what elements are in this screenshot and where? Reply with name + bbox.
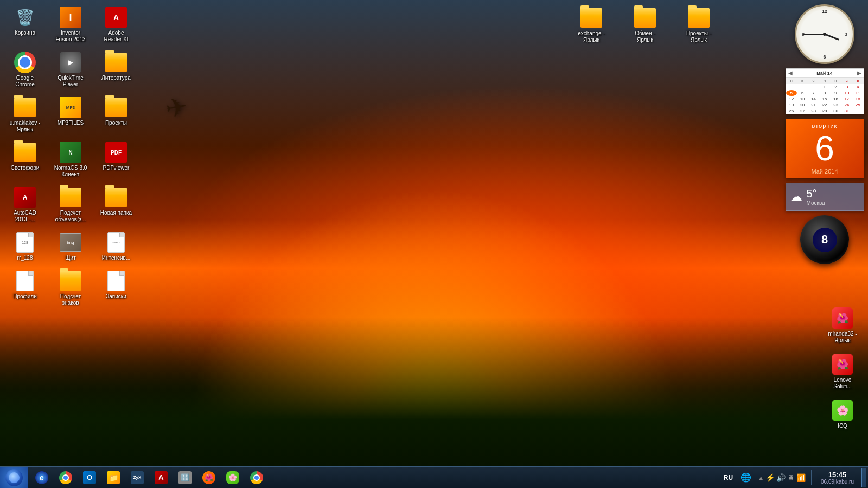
folder-svetofori-icon <box>14 143 36 162</box>
cal-day-8[interactable]: 8 <box>819 90 830 96</box>
miranda-icon: 🌺 <box>832 307 853 329</box>
taskbar-chrome-button[interactable] <box>54 468 77 487</box>
taskbar-tray: ▲ ⚡ 🔊 🖥 📶 <box>756 473 808 482</box>
cal-day-4[interactable]: 4 <box>852 84 863 90</box>
cal-day-9[interactable]: 9 <box>830 90 841 96</box>
icon-quicktime[interactable]: ▶ QuickTimePlayer <box>49 48 92 91</box>
icon-pdfviewer[interactable]: PDF PDFviewer <box>94 138 138 181</box>
cal-day-20[interactable]: 20 <box>797 102 808 108</box>
taskbar-calc-button[interactable]: 🔢 <box>174 468 196 487</box>
folder-umakiakov-icon <box>14 98 36 117</box>
cal-day-16[interactable]: 16 <box>830 96 841 102</box>
icon-inventor[interactable]: I InventorFusion 2013 <box>49 3 92 46</box>
icon-rr128[interactable]: 128 rr_128 <box>3 228 47 265</box>
cal-day-27[interactable]: 27 <box>797 108 808 114</box>
icon-adobe[interactable]: A AdobeReader XI <box>94 3 138 46</box>
tray-expand-button[interactable]: ▲ <box>758 474 764 481</box>
taskbar-ie-button[interactable]: e <box>30 468 53 487</box>
fav-icon: 🌺 <box>202 471 215 484</box>
cal-day-11[interactable]: 11 <box>852 90 863 96</box>
show-desktop-button[interactable] <box>861 468 866 487</box>
cal-day-2[interactable]: 2 <box>830 84 841 90</box>
cal-day-19[interactable]: 19 <box>786 102 797 108</box>
taskbar-outlook-button[interactable]: O <box>78 468 101 487</box>
outlook-icon: O <box>83 471 96 484</box>
icon-profili[interactable]: Профили <box>3 267 47 310</box>
taskbar-fav-button[interactable]: 🌺 <box>197 468 220 487</box>
tray-icon1: ⚡ <box>765 473 775 482</box>
icon-obmen[interactable]: Обмен -Ярлык <box>623 4 667 47</box>
cal-day-12[interactable]: 12 <box>786 96 797 102</box>
cal-day-14[interactable]: 14 <box>808 96 819 102</box>
taskbar-zyxel-button[interactable]: ZyX <box>126 468 149 487</box>
cal-day-31[interactable]: 31 <box>841 108 852 114</box>
icon-label-mp3: MP3FILES <box>58 120 84 126</box>
taskbar-network-button[interactable]: 🌐 <box>738 468 754 487</box>
cal-day-6[interactable]: 6 <box>797 90 808 96</box>
icon-miranda32[interactable]: 🌺 miranda32 -Ярлык <box>821 304 864 347</box>
cal-header-sun: в <box>852 78 863 84</box>
cal-day-3[interactable]: 3 <box>841 84 852 90</box>
icon-intensiv[interactable]: текст Интенсив... <box>94 228 138 265</box>
cal-day-5[interactable]: 5 <box>786 90 797 96</box>
cal-day-23[interactable]: 23 <box>830 102 841 108</box>
icon-korzina[interactable]: 🗑️ Корзина <box>3 3 47 46</box>
icon-podschet2[interactable]: Подсчетзнаков <box>49 267 92 310</box>
cal-day-13[interactable]: 13 <box>797 96 808 102</box>
cal-day-26[interactable]: 26 <box>786 108 797 114</box>
icon-svetofori[interactable]: Светофори <box>3 138 47 181</box>
icon-umakiakov[interactable]: u.makiakov -Ярлык <box>3 93 47 136</box>
clock-center-dot <box>823 33 826 36</box>
icon-literatura[interactable]: Литература <box>94 48 138 91</box>
clock-num-3: 3 <box>845 31 847 37</box>
icon-proekty[interactable]: Проекты <box>94 93 138 136</box>
icon-icq[interactable]: 🌸 ICQ <box>821 396 864 433</box>
cal-day-24[interactable]: 24 <box>841 102 852 108</box>
cal-day-15[interactable]: 15 <box>819 96 830 102</box>
icon-label-autocad: AutoCAD2013 -... <box>14 210 36 223</box>
icon-chrome[interactable]: GoogleChrome <box>3 48 47 91</box>
cal-next-button[interactable]: ▶ <box>857 70 861 76</box>
icon-podschet[interactable]: Подсчетобъемов(з... <box>49 183 92 226</box>
cal-day-22[interactable]: 22 <box>819 102 830 108</box>
taskbar-acad-button[interactable]: A <box>150 468 173 487</box>
cal-day-17[interactable]: 17 <box>841 96 852 102</box>
icon-autocad[interactable]: A AutoCAD2013 -... <box>3 183 47 226</box>
desktop-icons-right: exchange -Ярлык Обмен -Ярлык Проекты -Яр… <box>569 3 722 48</box>
quicktime-icon: ▶ <box>60 52 81 73</box>
cal-day-30[interactable]: 30 <box>830 108 841 114</box>
icon-proekty2[interactable]: Проекты -Ярлык <box>677 4 720 47</box>
clock-minute-hand <box>803 34 825 35</box>
start-button[interactable] <box>0 467 28 489</box>
taskbar-clock[interactable]: 15:45 06.09|kabu.ru <box>815 467 859 488</box>
icon-exchange[interactable]: exchange -Ярлык <box>570 4 613 47</box>
taskbar-icq-button[interactable]: 🌸 <box>221 468 244 487</box>
cal-day-7[interactable]: 7 <box>808 90 819 96</box>
clock-hour-hand <box>824 34 839 41</box>
magic8-widget[interactable]: 8 <box>800 215 849 264</box>
icon-normacs[interactable]: N NormaCS 3.0Клиент <box>49 138 92 181</box>
icon-lenovo[interactable]: 🌺 LenovoSoluti... <box>821 350 864 393</box>
folder-literatura-icon <box>105 53 127 72</box>
mp3-icon: MP3 <box>60 97 81 118</box>
icon-label-literatura: Литература <box>101 75 131 81</box>
icon-zapiski[interactable]: Записки <box>94 267 138 310</box>
cal-day-25[interactable]: 25 <box>852 102 863 108</box>
icon-label-proekty: Проекты <box>105 120 127 126</box>
folder-podschet-icon <box>60 188 81 207</box>
cal-day-28[interactable]: 28 <box>808 108 819 114</box>
cal-day-18[interactable]: 18 <box>852 96 863 102</box>
icon-mp3files[interactable]: MP3 MP3FILES <box>49 93 92 136</box>
cal-day-1[interactable]: 1 <box>819 84 830 90</box>
tray-icon4: 📶 <box>796 473 806 482</box>
cal-day-21[interactable]: 21 <box>808 102 819 108</box>
cal-day-29[interactable]: 29 <box>819 108 830 114</box>
cal-prev-button[interactable]: ◀ <box>788 70 793 76</box>
icon-novaya[interactable]: Новая папка <box>94 183 138 226</box>
taskbar-browser2-button[interactable] <box>245 468 268 487</box>
widgets-panel: 12 3 6 9 ◀ май 14 ▶ п в с ч <box>781 0 868 268</box>
taskbar-explorer-button[interactable]: 📁 <box>102 468 125 487</box>
folder-obmen-icon <box>634 8 656 28</box>
cal-day-10[interactable]: 10 <box>841 90 852 96</box>
icon-schit[interactable]: img Щит <box>49 228 92 265</box>
